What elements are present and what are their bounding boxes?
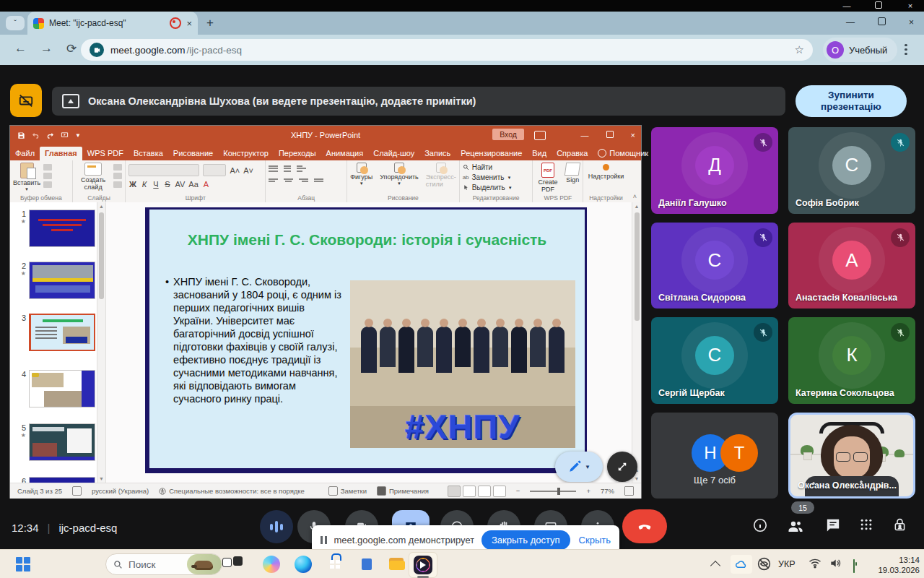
font-name-select[interactable] (128, 164, 199, 176)
pause-sharing-icon[interactable] (321, 536, 327, 544)
keyboard-off-button[interactable] (10, 84, 42, 117)
view-buttons[interactable] (448, 486, 506, 497)
people-panel-button[interactable] (787, 517, 804, 535)
chat-panel-button[interactable] (825, 517, 841, 533)
profile-chip[interactable]: О Учебный (823, 38, 897, 62)
volume-tray-icon[interactable] (829, 557, 842, 569)
thumbnail-scrollbar[interactable]: ▲ ▼ (97, 202, 105, 483)
copilot-button[interactable] (263, 556, 280, 573)
strikethrough-button[interactable]: S (163, 180, 171, 189)
paste-button[interactable]: Вставить▼ (13, 163, 40, 194)
slideshow-view-icon[interactable] (493, 486, 506, 497)
reset-icon[interactable] (113, 173, 122, 179)
new-tab-button[interactable]: + (206, 16, 214, 30)
section-icon[interactable] (113, 181, 122, 188)
ppt-signin-button[interactable]: Вход (492, 129, 524, 140)
reading-view-icon[interactable] (478, 486, 491, 497)
shapes-button[interactable]: Фигуры▼ (350, 163, 372, 194)
remote-restore-button[interactable] (873, 1, 884, 10)
layout-icon[interactable] (113, 164, 122, 171)
host-controls-button[interactable] (892, 517, 907, 532)
cut-icon[interactable] (43, 164, 52, 171)
tab-insert[interactable]: Вставка (128, 147, 168, 160)
align-left-icon[interactable] (269, 177, 278, 184)
tab-view[interactable]: Вид (527, 147, 552, 160)
remote-window-controls[interactable]: — × (842, 1, 915, 10)
thumbnail-2[interactable]: 2★ (13, 262, 95, 299)
stop-sharing-button[interactable]: Закрыть доступ (481, 530, 570, 550)
align-center-icon[interactable] (284, 177, 293, 184)
font-size-select[interactable] (203, 164, 226, 176)
justify-icon[interactable] (314, 177, 323, 184)
participant-tile[interactable]: К Катерина Сокольцова (788, 317, 915, 404)
wifi-tray-icon[interactable] (808, 558, 821, 569)
comments-button[interactable]: Примечания (377, 486, 429, 496)
replace-button[interactable]: abЗаменить▼ (463, 173, 530, 181)
collapse-ribbon-button[interactable]: ˄ (629, 193, 641, 202)
media-player-button-active[interactable] (409, 552, 437, 578)
shrink-font-button[interactable]: A˅ (243, 166, 253, 175)
bullets-icon[interactable] (269, 164, 278, 173)
accessibility-status[interactable]: Специальные возможности: все в порядке (159, 487, 305, 495)
char-spacing-button[interactable]: AV (175, 180, 185, 189)
language-indicator[interactable]: УКР (778, 559, 796, 569)
tray-expand-icon[interactable] (710, 561, 720, 571)
find-button[interactable]: Найти (463, 163, 530, 171)
tab-wps-pdf[interactable]: WPS PDF (82, 147, 128, 160)
zoom-out-button[interactable]: − (516, 487, 520, 495)
thumbnail-5[interactable]: 5★ (13, 423, 95, 461)
zoom-slider[interactable] (530, 491, 576, 492)
numbering-icon[interactable] (284, 164, 291, 173)
browser-window-controls[interactable]: — × (846, 17, 914, 27)
ppt-close-button[interactable]: × (631, 131, 635, 139)
leave-call-button[interactable] (622, 509, 667, 543)
expand-presentation-button[interactable] (607, 452, 637, 482)
quick-styles-button[interactable]: Экспресс-стили (426, 163, 456, 194)
spellcheck-icon[interactable] (72, 486, 82, 496)
participant-tile[interactable]: С Софія Бобрик (788, 127, 915, 214)
grow-font-button[interactable]: A˄ (230, 166, 240, 175)
remote-minimize-button[interactable]: — (842, 1, 852, 10)
browser-tab[interactable]: Meet: "ijc-pacd-esq" × (27, 12, 198, 35)
tab-record[interactable]: Запись (419, 147, 456, 160)
address-bar[interactable]: meet.google.com/ijc-pacd-esq ☆ (81, 39, 813, 61)
slide-scrollbar[interactable]: ▲ ▲ ▼ (632, 202, 641, 483)
stop-presenting-button[interactable]: Зупинити презентацію (796, 85, 907, 117)
hidden-eye-tray-icon[interactable] (757, 556, 772, 571)
tab-slideshow[interactable]: Слайд-шоу (368, 147, 419, 160)
browser-minimize-button[interactable]: — (846, 17, 855, 27)
quick-access-toolbar[interactable]: ▼ (10, 131, 81, 139)
tab-close-icon[interactable]: × (186, 18, 192, 29)
participant-tile[interactable]: С Сергій Щербак (651, 317, 778, 404)
qat-dropdown-icon[interactable]: ▼ (75, 132, 81, 139)
participant-tile[interactable]: С Світлана Сидорова (651, 223, 778, 309)
activities-button[interactable] (859, 517, 873, 532)
tab-transitions[interactable]: Переходы (274, 147, 321, 160)
new-slide-button[interactable]: Создать слайд (76, 163, 111, 194)
tab-design[interactable]: Конструктор (218, 147, 274, 160)
self-video-tile[interactable]: Оксана Олександрів... (788, 413, 915, 499)
tab-home[interactable]: Главная (40, 147, 82, 160)
select-button[interactable]: Выделить▼ (463, 184, 530, 191)
normal-view-icon[interactable] (448, 486, 461, 497)
participant-tile[interactable]: А Анастасія Ковалівська (788, 223, 915, 309)
fit-slide-icon[interactable] (624, 486, 634, 496)
forward-button[interactable]: → (40, 41, 53, 56)
indent-icon[interactable] (297, 164, 306, 173)
ppt-minimize-button[interactable]: — (581, 131, 589, 139)
reload-button[interactable]: ⟳ (66, 41, 77, 56)
ppt-restore-button[interactable] (606, 131, 614, 139)
tray-clock[interactable]: 13:14 19.03.2026 (876, 555, 920, 576)
thumbnail-4[interactable]: 4 (13, 370, 95, 407)
tab-search-button[interactable]: ˇ (6, 16, 25, 30)
browser-restore-button[interactable] (878, 17, 886, 27)
tab-draw[interactable]: Рисование (168, 147, 218, 160)
thumbnail-3-selected[interactable]: 3 (13, 314, 95, 351)
language-status[interactable]: русский (Украина) (92, 487, 149, 495)
slide-sorter-icon[interactable] (463, 486, 476, 497)
create-pdf-button[interactable]: PDFCreate PDF (536, 163, 559, 194)
browser-menu-button[interactable] (905, 42, 907, 57)
notes-button[interactable]: Заметки (328, 486, 367, 496)
change-case-button[interactable]: Aa (188, 180, 198, 189)
participant-tile[interactable]: Д Даніїл Галушко (651, 127, 778, 214)
